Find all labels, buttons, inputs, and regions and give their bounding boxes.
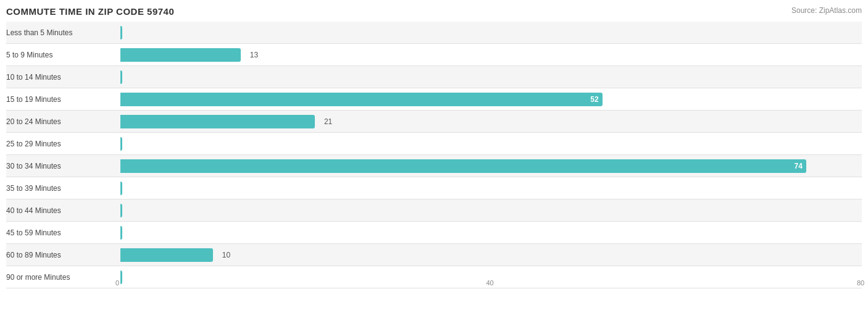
bar-track: 10 [120,248,862,262]
bar-label: 15 to 19 Minutes [6,95,120,104]
bar-value: 10 [222,251,230,259]
bar-value: 21 [324,117,332,126]
bar-track: 21 [120,115,862,128]
bar-label: 5 to 9 Minutes [6,51,120,59]
bar-track [120,70,862,84]
bar-row: 10 to 14 Minutes [6,66,862,88]
bar-fill: 10 [120,248,213,262]
bar-track [120,226,862,240]
x-tick: 0 [115,279,119,287]
bar-row: 5 to 9 Minutes13 [6,44,862,66]
bar-label: 90 or more Minutes [6,273,120,282]
bar-label: 60 to 89 Minutes [6,251,120,259]
bar-row: 15 to 19 Minutes52 [6,88,862,111]
bar-track: 52 [120,93,862,106]
bar-row: 40 to 44 Minutes [6,199,862,222]
bar-fill [120,26,122,40]
bar-label: 25 to 29 Minutes [6,140,120,148]
bar-fill [120,204,122,217]
x-tick: 80 [857,279,864,287]
bar-row: 35 to 39 Minutes [6,177,862,199]
bar-value: 74 [795,162,803,170]
bar-fill: 74 [120,159,806,173]
bar-label: 40 to 44 Minutes [6,206,120,215]
bar-row: 60 to 89 Minutes10 [6,244,862,266]
bar-row: Less than 5 Minutes [6,22,862,44]
bar-value: 13 [250,51,258,59]
bar-fill: 21 [120,115,315,128]
bar-fill: 13 [120,48,241,62]
x-axis: 04080 [120,279,862,292]
bar-track: 13 [120,48,862,62]
bar-fill [120,226,122,240]
bar-label: 30 to 34 Minutes [6,162,120,170]
bar-label: 45 to 59 Minutes [6,229,120,237]
bar-row: 25 to 29 Minutes [6,133,862,155]
bar-row: 30 to 34 Minutes74 [6,155,862,177]
bar-track: 74 [120,159,862,173]
chart-container: COMMUTE TIME IN ZIP CODE 59740 Source: Z… [0,0,868,323]
bar-label: 35 to 39 Minutes [6,184,120,193]
bars-area: Less than 5 Minutes5 to 9 Minutes1310 to… [6,22,862,277]
bar-label: 10 to 14 Minutes [6,73,120,82]
bar-fill: 52 [120,93,603,106]
bar-fill [120,182,122,195]
bar-label: Less than 5 Minutes [6,28,120,37]
bar-label: 20 to 24 Minutes [6,117,120,126]
bar-fill [120,137,122,151]
x-tick: 40 [486,279,494,287]
source-text: Source: ZipAtlas.com [791,6,862,15]
bar-row: 45 to 59 Minutes [6,222,862,244]
bar-track [120,204,862,217]
chart-title: COMMUTE TIME IN ZIP CODE 59740 [6,6,862,17]
bar-track [120,137,862,151]
bar-track [120,26,862,40]
bar-row: 20 to 24 Minutes21 [6,111,862,133]
bar-fill [120,70,122,84]
bar-value: 52 [590,95,598,104]
bar-track [120,182,862,195]
